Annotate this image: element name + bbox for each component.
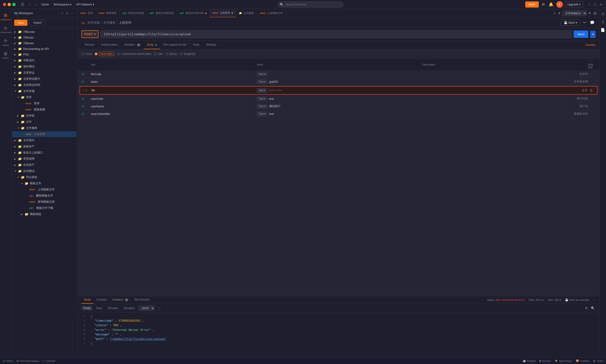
collection-beibianpic[interactable]: ▶ 📁 北变智达图片 [12,76,77,82]
side-panel-button[interactable]: ⊞ [593,10,597,16]
send-dropdown-button[interactable]: ▾ [590,31,596,38]
format-selector[interactable]: JSON XML HTML Text [139,306,155,311]
upgrade-button[interactable]: Upgrade ▾ [565,1,583,8]
pretty-button[interactable]: Pretty [81,306,93,311]
menu-button[interactable]: ☰ [19,2,26,7]
folder-exportreport[interactable]: ▼ 📁 导出报告 [12,174,77,180]
collection-documenting[interactable]: ▶ 📁 Documenting an API [12,46,77,52]
resp-tab-cookies[interactable]: Cookies [94,296,109,304]
more-options-button[interactable]: ··· [70,11,75,16]
type-badge-text[interactable]: Text ▾ [256,72,268,76]
checkbox-username[interactable]: ☑ [81,105,91,108]
invite-button[interactable]: Invite [525,1,539,8]
checkbox-searchid[interactable]: ☑ [81,112,91,116]
collection-frs[interactable]: ▶ 📁 FRS [12,52,77,57]
collection-filelist[interactable]: ▶ 📁 文件展示 [12,137,77,143]
checkbox-filecode[interactable]: ☑ [81,73,91,76]
window-close[interactable]: × [598,2,603,7]
runner-item[interactable]: ▶ Runner [539,359,551,362]
maximize-button[interactable] [12,3,16,6]
delete-file-button[interactable]: 🗑 [588,88,595,93]
request-delete-template[interactable]: DEL 删除模板文件 [12,193,77,199]
tab-getperm[interactable]: POST 获取权限 [96,9,120,17]
request-login[interactable]: POST 登录 [12,101,77,106]
tab-params[interactable]: Params [81,41,98,49]
tab-prerequest[interactable]: Pre-request Script [160,41,190,49]
copy-response-button[interactable]: ⧉ [584,305,588,311]
type-badge-text[interactable]: Text ▾ [256,79,268,84]
option-none[interactable]: none [81,52,92,56]
preview-button[interactable]: Preview [106,306,120,311]
type-badge-text[interactable]: Text ▾ [256,96,268,101]
home-link[interactable]: Home [40,2,51,7]
comment-button[interactable]: 💬 [589,19,596,26]
sidebar-item-collections[interactable]: ⊞ Collections [0,11,11,23]
collection-zhonghangyanshu[interactable]: ▶ 📁 中航演示 [12,57,77,63]
cookies-link[interactable]: Cookies [585,43,596,47]
option-binary[interactable]: binary [165,52,177,56]
save-button[interactable]: 💾 Save ▾ [561,20,580,26]
sidebar-item-environments[interactable]: ⊙ Environments [0,24,11,36]
sidebar-item-history[interactable]: ⟳ History [0,36,11,48]
trash-item[interactable]: 🗑 Trash [593,360,603,362]
settings-icon[interactable]: ⚙ [541,1,546,8]
tab-fileservice[interactable]: 📁 文件服务 [236,9,257,17]
option-raw[interactable]: raw [154,52,162,56]
collection-filestorage[interactable]: ▼ 📁 文件存储 [12,88,77,94]
tab-headers[interactable]: Headers 9 [121,41,144,49]
new-button[interactable]: New [14,20,27,26]
tab-querygroup[interactable]: GET 查询文件组列表 [147,9,177,17]
type-badge-file[interactable]: File ▾ [257,88,268,93]
request-getpermission[interactable]: POST 获取权限 [12,107,77,113]
tab-querydetail[interactable]: GET 查询文件组详情 [177,9,210,17]
send-button[interactable]: Send [574,30,588,38]
tab-body[interactable]: Body [144,41,160,49]
collection-beibiancode[interactable]: ▶ 📁 北变智达扫码 [12,82,77,88]
type-badge-text[interactable]: Text ▾ [256,112,268,116]
tab-upload-template[interactable]: POST 上传模板文件 [257,9,286,17]
option-urlencoded[interactable]: x-www-form-urlencoded [117,52,151,56]
format-icon-button[interactable]: ⬚ [157,306,161,311]
checkbox-token[interactable]: ☑ [81,80,91,83]
console-item[interactable]: ▷ Console [43,359,55,362]
new-collection-button[interactable]: + [60,11,64,16]
breadcrumb-part2[interactable]: 文件服务 [103,21,116,25]
bulk-edit-link[interactable]: ⋯ Bulk Edit [588,60,596,69]
find-replace-item[interactable]: ⊞ Find and replace [17,359,39,362]
workspace-more-button[interactable]: ▾ [588,10,592,16]
more-tabs-button[interactable]: ▾ [557,10,561,16]
option-graphql[interactable]: GraphQL [180,52,196,56]
search-input[interactable] [277,1,344,8]
raw-button[interactable]: Raw [94,306,104,311]
folder-template[interactable]: ▼ 📁 模板文件 [12,181,77,186]
tab-tests[interactable]: Tests [190,41,203,49]
search-response-button[interactable]: 🔍 [590,306,596,311]
right-panel-icon3[interactable]: 📄 [600,27,606,33]
collection-newversion[interactable]: ▶ 📁 新版排产 [12,143,77,149]
window-minimize[interactable]: − [587,2,592,7]
filter-button[interactable]: ≡ [65,11,69,16]
folder-login[interactable]: ▼ 📁 登录 [12,94,77,100]
method-selector[interactable]: POST ▾ [81,30,98,38]
workspace-selector[interactable]: 文件存储后台 [562,10,587,16]
folder-fileservice[interactable]: ▼ 📁 文件服务 [12,125,77,131]
api-network-menu[interactable]: API Network ▾ [74,2,96,7]
resp-tab-body[interactable]: Body [81,296,94,304]
close-button[interactable] [3,3,6,6]
collection-privatecloud[interactable]: ▶ 📁 私有云上的接口 [12,150,77,156]
window-maximize[interactable]: □ [593,2,597,7]
request-download-template[interactable]: GET 模板文件下载 [12,205,77,211]
back-button[interactable]: ‹ [27,2,31,7]
tab-upload-active[interactable]: POST 上传文件 [210,9,236,17]
collection-706lmes[interactable]: ▶ 📁 706Lmes [12,29,77,35]
collection-linshiceshi[interactable]: ▶ 📁 临时测试 [12,64,77,69]
add-tab-button[interactable]: + [552,10,556,16]
request-query-template[interactable]: POST 查询模板记录 [12,199,77,205]
folder-templaterule[interactable]: ▶ 📁 模板阅值 [12,211,77,217]
drag-handle[interactable]: ⠿ [82,89,84,92]
status-online-item[interactable]: ● Online [3,360,13,362]
collection-706mwc[interactable]: ▶ 📁 706mwc [12,35,77,40]
collection-yingyingdiaoyong[interactable]: ▶ 📁 背营调用 [12,156,77,162]
save-example-button[interactable]: 💾 Save as example [565,299,589,301]
import-button[interactable]: Import [29,20,45,26]
